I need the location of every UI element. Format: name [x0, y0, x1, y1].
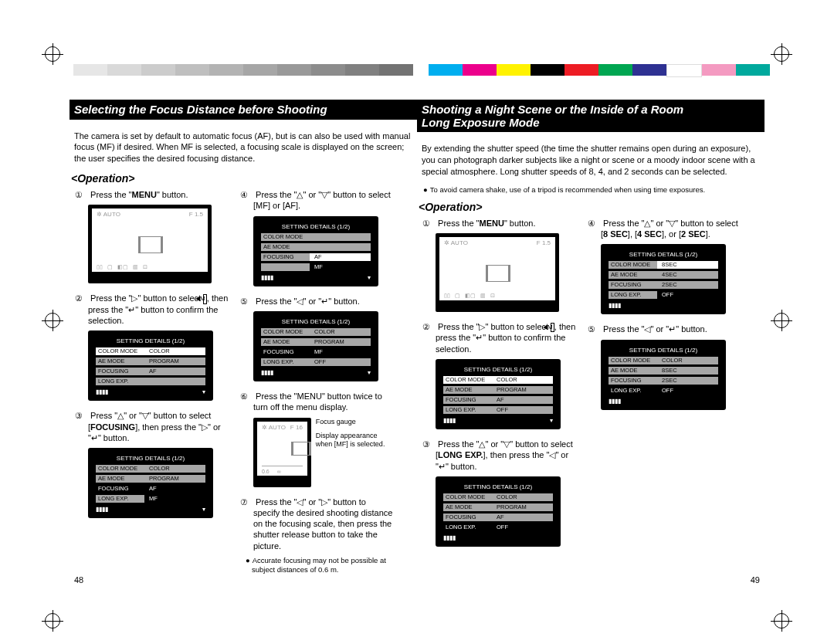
- step-6: ⑥ Press the "MENU" button twice to turn …: [239, 391, 394, 413]
- page-title: Selecting the Focus Distance before Shoo…: [70, 100, 417, 120]
- lcd-screen: SETTING DETAILS (1/2) COLOR MODECOLOR AE…: [436, 476, 561, 547]
- step-4: ④ Press the "△" or "▽" button to select …: [587, 218, 741, 240]
- lcd-screen: SETTING DETAILS (1/2) COLOR MODE AE MODE…: [253, 216, 378, 286]
- step-3: ③ Press the "△" or "▽" button to select …: [422, 439, 576, 472]
- step-2: ② Press the "▷" button to select ◀M, the…: [422, 321, 576, 354]
- color-bar-left: [73, 64, 413, 76]
- crop-mark-tl: [45, 46, 60, 62]
- lcd-screen: SETTING DETAILS (1/2) COLOR MODECOLOR AE…: [88, 448, 213, 518]
- operation-heading: <Operation>: [419, 201, 764, 213]
- crop-mark-br: [774, 613, 789, 629]
- lcd-screen: SETTING DETAILS (1/2) COLOR MODECOLOR AE…: [436, 359, 561, 429]
- step-4: ④ Press the "△" or "▽" button to select …: [239, 189, 394, 212]
- operation-heading: <Operation>: [71, 172, 417, 185]
- lcd-screen: ✲ AUTOF 1.5 ▯▯▢◧▢▥⊡: [88, 205, 212, 283]
- crop-mark-bl: [45, 613, 60, 629]
- page-number: 49: [751, 575, 760, 585]
- intro-text: The camera is set by default to automati…: [70, 130, 417, 165]
- lcd-screen: SETTING DETAILS (1/2) COLOR MODECOLOR AE…: [88, 330, 213, 401]
- page-49: Shooting a Night Scene or the Inside of …: [417, 84, 764, 594]
- lcd-screen: SETTING DETAILS (1/2) COLOR MODECOLOR AE…: [253, 311, 378, 381]
- color-bar-right: [429, 64, 770, 76]
- intro-text: By extending the shutter speed (the time…: [417, 143, 764, 178]
- page-title: Shooting a Night Scene or the Inside of …: [417, 100, 764, 132]
- page-48: Selecting the Focus Distance before Shoo…: [70, 84, 417, 594]
- intro-note: To avoid camera shake, use of a tripod i…: [417, 185, 764, 195]
- crop-mark-mr: [774, 313, 789, 328]
- step-1: ① Press the "MENU" button.: [74, 189, 229, 200]
- step-5: ⑤ Press the "◁" or "↵" button.: [587, 324, 741, 334]
- step-1: ① Press the "MENU" button.: [422, 218, 576, 229]
- lcd-screen: ✲ AUTOF 1.5 ▯▯▢◧▢▥⊡: [436, 233, 559, 312]
- step-7: ⑦ Press the "◁" or "▷" button to specify…: [239, 497, 394, 551]
- left-column: ① Press the "MENU" button. ✲ AUTOF 1.5 ▯…: [422, 218, 576, 556]
- left-column: ① Press the "MENU" button. ✲ AUTOF 1.5 ▯…: [74, 189, 229, 581]
- crop-mark-tr: [774, 46, 789, 62]
- lcd-screen: SETTING DETAILS (1/2) COLOR MODECOLOR AE…: [601, 340, 726, 410]
- step-5: ⑤ Press the "◁" or "↵" button.: [239, 296, 394, 307]
- crop-mark-ml: [45, 313, 60, 328]
- right-column: ④ Press the "△" or "▽" button to select …: [587, 218, 741, 556]
- footnote: Accurate focusing may not be possible at…: [239, 556, 394, 575]
- lcd-screen: SETTING DETAILS (1/2) COLOR MODE8SEC AE …: [601, 244, 726, 314]
- page-number: 48: [74, 575, 83, 585]
- step-2: ② Press the "▷" button to select ◀M, the…: [74, 293, 229, 326]
- step-3: ③ Press "△" or "▽" button to select [FOC…: [74, 410, 229, 443]
- annotation-text: Focus gauge Display appearance when [MF]…: [316, 418, 394, 449]
- right-column: ④ Press the "△" or "▽" button to select …: [239, 189, 394, 581]
